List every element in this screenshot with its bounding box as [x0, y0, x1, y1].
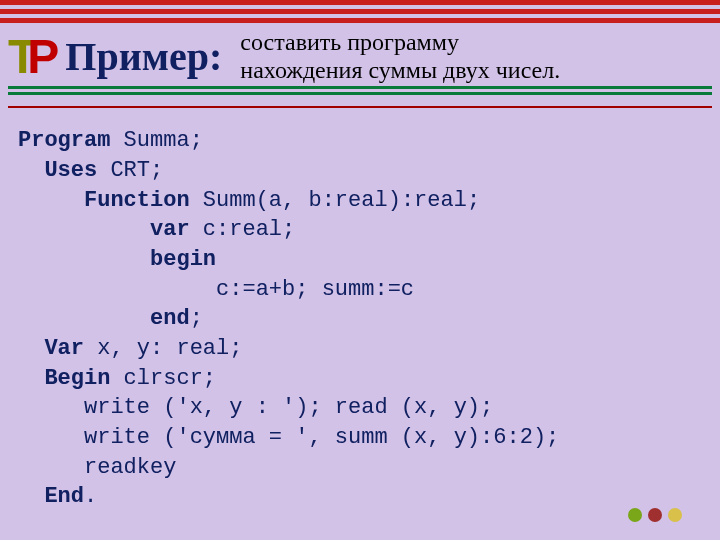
logo-area: TP Пример:	[6, 29, 222, 84]
dot-icon	[628, 508, 642, 522]
dot-icon	[648, 508, 662, 522]
dot-icon	[668, 508, 682, 522]
stripe	[8, 92, 712, 95]
page-title: Пример:	[65, 33, 222, 80]
logo-p-icon: P	[27, 29, 57, 84]
stripe	[0, 18, 720, 23]
stripe	[8, 86, 712, 89]
subtitle: составить программу нахождения суммы дву…	[240, 29, 560, 84]
header-underline	[8, 86, 712, 98]
top-stripes	[0, 0, 720, 23]
tp-logo: TP	[6, 29, 63, 84]
code-block: Program Summa; Uses CRT; Function Summ(a…	[0, 116, 720, 512]
subtitle-line: нахождения суммы двух чисел.	[240, 57, 560, 85]
decorative-dots	[628, 508, 682, 522]
divider	[8, 106, 712, 108]
header: TP Пример: составить программу нахождени…	[0, 29, 720, 84]
subtitle-line: составить программу	[240, 29, 560, 57]
